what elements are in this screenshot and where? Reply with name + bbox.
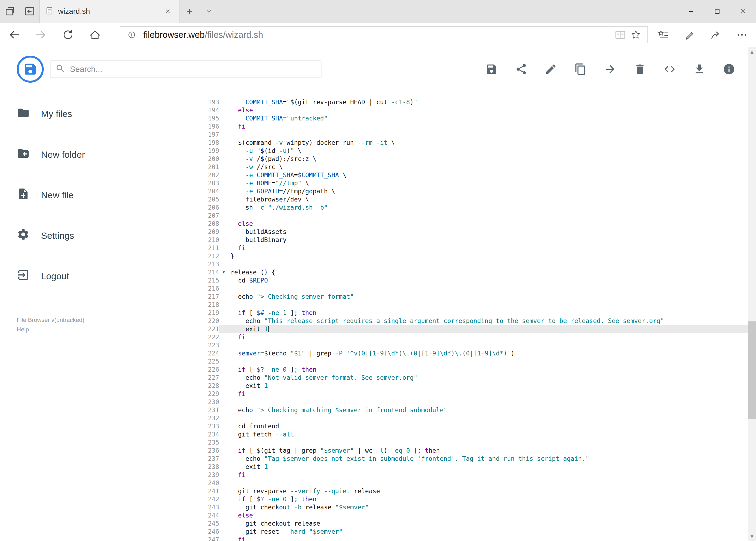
- share-icon[interactable]: [707, 26, 725, 44]
- search-input[interactable]: [70, 65, 316, 74]
- tabs-preview-icon[interactable]: [4, 5, 16, 17]
- save-icon[interactable]: [483, 61, 500, 77]
- code-line-text[interactable]: else: [228, 106, 748, 114]
- code-line-text[interactable]: semver=$(echo "$1" | grep -P '^v(0|[1-9]…: [228, 349, 748, 357]
- code-line-text[interactable]: [228, 131, 748, 139]
- code-line-text[interactable]: [228, 438, 748, 446]
- back-arrow-icon[interactable]: [5, 26, 23, 44]
- code-line[interactable]: 226 if [ $? -ne 0 ]; then: [194, 365, 748, 373]
- code-line[interactable]: 210 buildBinary: [194, 236, 748, 244]
- code-line[interactable]: 221 exit 1: [194, 325, 748, 333]
- code-line[interactable]: 227 echo "Not valid semver format. See s…: [194, 373, 748, 382]
- favorite-star-icon[interactable]: [628, 28, 644, 42]
- info-icon[interactable]: [124, 28, 139, 42]
- code-line[interactable]: 228 exit 1: [194, 382, 748, 390]
- code-line-text[interactable]: $(command -v winpty) docker run --rm -it…: [228, 139, 748, 147]
- code-line[interactable]: 235: [194, 438, 748, 446]
- code-line[interactable]: 203 -e HOME="//tmp" \: [194, 179, 748, 187]
- fold-arrow-icon[interactable]: ▾: [219, 268, 228, 276]
- code-line[interactable]: 200 -v /$(pwd):/src:z \: [194, 155, 748, 163]
- maximize-button[interactable]: [704, 0, 730, 23]
- code-line-text[interactable]: if [ $? -ne 0 ]; then: [228, 495, 748, 503]
- delete-icon[interactable]: [632, 61, 648, 77]
- code-line[interactable]: 237 echo "Tag $semver does not exist in …: [194, 455, 748, 463]
- tab-close-icon[interactable]: [162, 5, 174, 18]
- code-line[interactable]: 214▾release () {: [194, 268, 748, 276]
- code-line-text[interactable]: if [ $? -ne 0 ]; then: [228, 365, 748, 373]
- code-line[interactable]: 234 git fetch --all: [194, 430, 748, 438]
- code-line-text[interactable]: [228, 260, 748, 268]
- code-line[interactable]: 247 fi: [194, 536, 748, 541]
- code-line[interactable]: 241 git rev-parse --verify --quiet relea…: [194, 487, 748, 495]
- code-line[interactable]: 199 -u "$(id -u)" \: [194, 147, 748, 155]
- sidebar-item-my-files[interactable]: My files: [0, 94, 194, 134]
- code-line-text[interactable]: cd $REPO: [228, 276, 748, 284]
- code-line-text[interactable]: fi: [228, 333, 748, 341]
- code-line-text[interactable]: echo "Not valid semver format. See semve…: [228, 373, 748, 382]
- code-line[interactable]: 206 sh -c "./wizard.sh -b": [194, 204, 748, 212]
- code-line[interactable]: 223: [194, 341, 748, 349]
- code-line[interactable]: 244 else: [194, 511, 748, 519]
- code-line-text[interactable]: -e HOME="//tmp" \: [228, 179, 748, 187]
- code-line-text[interactable]: exit 1: [228, 382, 748, 390]
- code-line-text[interactable]: [228, 414, 748, 422]
- code-line[interactable]: 236 if [ $(git tag | grep "$semver" | wc…: [194, 446, 748, 455]
- code-line-text[interactable]: [228, 357, 748, 365]
- copy-icon[interactable]: [573, 61, 589, 77]
- code-line[interactable]: 231 echo "> Checking matching $semver in…: [194, 406, 748, 414]
- code-line[interactable]: 196 fi: [194, 122, 748, 131]
- code-line-text[interactable]: cd frontend: [228, 422, 748, 430]
- code-line[interactable]: 216: [194, 284, 748, 292]
- code-line-text[interactable]: [228, 341, 748, 349]
- code-line-text[interactable]: if [ $(git tag | grep "$semver" | wc -l)…: [228, 446, 748, 455]
- code-line[interactable]: 197: [194, 131, 748, 139]
- refresh-icon[interactable]: [59, 26, 77, 44]
- code-line[interactable]: 242 if [ $? -ne 0 ]; then: [194, 495, 748, 503]
- code-line[interactable]: 208 else: [194, 220, 748, 228]
- code-line-text[interactable]: else: [228, 511, 748, 519]
- file-browser-logo[interactable]: [17, 56, 44, 83]
- code-line[interactable]: 213: [194, 260, 748, 268]
- code-line[interactable]: 225: [194, 357, 748, 365]
- help-link[interactable]: Help: [17, 325, 194, 334]
- code-line-text[interactable]: echo "This release script requires a sin…: [228, 317, 748, 325]
- code-line[interactable]: 220 echo "This release script requires a…: [194, 317, 748, 325]
- new-tab-button[interactable]: [180, 0, 199, 23]
- code-line-text[interactable]: git checkout -b release "$semver": [228, 503, 748, 511]
- code-line[interactable]: 198 $(command -v winpty) docker run --rm…: [194, 139, 748, 147]
- code-line[interactable]: 243 git checkout -b release "$semver": [194, 503, 748, 511]
- code-line-text[interactable]: echo "Tag $semver does not exist in subm…: [228, 455, 748, 463]
- code-line-text[interactable]: fi: [228, 536, 748, 541]
- code-line-text[interactable]: -e GOPATH=//tmp/gopath \: [228, 187, 748, 195]
- download-icon[interactable]: [691, 61, 707, 77]
- code-line[interactable]: 240: [194, 479, 748, 487]
- code-line-text[interactable]: [228, 479, 748, 487]
- reading-view-icon[interactable]: [613, 28, 628, 42]
- code-line-text[interactable]: fi: [228, 244, 748, 252]
- code-line[interactable]: 207: [194, 212, 748, 220]
- more-ellipsis-icon[interactable]: [733, 26, 751, 44]
- share-icon[interactable]: [513, 61, 529, 77]
- code-line[interactable]: 218: [194, 300, 748, 309]
- forward-arrow-icon[interactable]: [32, 26, 50, 44]
- browser-tab[interactable]: wizard.sh: [39, 0, 180, 23]
- code-line-text[interactable]: [228, 284, 748, 292]
- code-line-text[interactable]: -u "$(id -u)" \: [228, 147, 748, 155]
- code-line-text[interactable]: else: [228, 220, 748, 228]
- code-line-text[interactable]: fi: [228, 122, 748, 131]
- code-line[interactable]: 245 git checkout release: [194, 519, 748, 527]
- code-line-text[interactable]: echo "> Checking matching $semver in fro…: [228, 406, 748, 414]
- code-line[interactable]: 215 cd $REPO: [194, 276, 748, 284]
- code-line[interactable]: 238 exit 1: [194, 463, 748, 471]
- code-line-text[interactable]: git rev-parse --verify --quiet release: [228, 487, 748, 495]
- hub-favorites-icon[interactable]: [654, 26, 672, 44]
- minimize-button[interactable]: [678, 0, 704, 23]
- code-line[interactable]: 209 buildAssets: [194, 228, 748, 236]
- code-line[interactable]: 193 COMMIT_SHA="$(git rev-parse HEAD | c…: [194, 98, 748, 106]
- code-line[interactable]: 195 COMMIT_SHA="untracked": [194, 114, 748, 122]
- web-note-pen-icon[interactable]: [680, 26, 699, 44]
- sidebar-item-settings[interactable]: Settings: [0, 215, 194, 256]
- code-editor[interactable]: 193 COMMIT_SHA="$(git rev-parse HEAD | c…: [194, 92, 748, 541]
- sidebar-item-new-folder[interactable]: New folder: [0, 134, 194, 175]
- code-line-text[interactable]: COMMIT_SHA="$(git rev-parse HEAD | cut -…: [228, 98, 748, 106]
